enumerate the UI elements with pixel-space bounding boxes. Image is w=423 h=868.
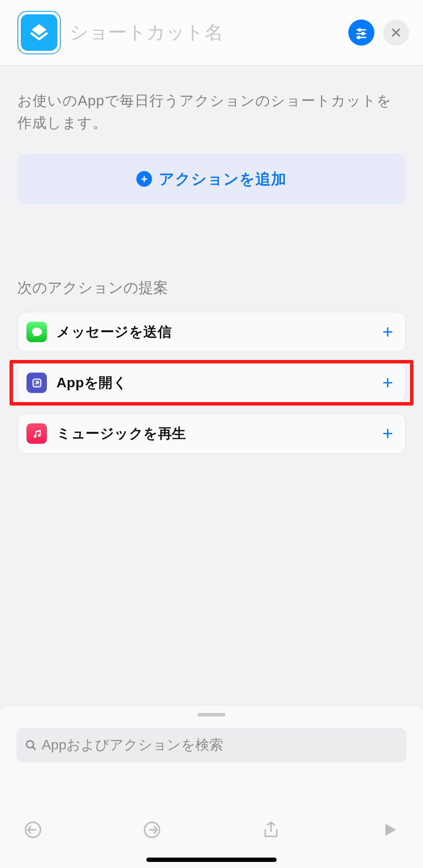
add-action-button[interactable]: + アクションを追加 — [17, 154, 406, 204]
share-button[interactable] — [259, 818, 283, 842]
share-icon — [261, 820, 281, 840]
close-icon — [390, 27, 402, 38]
sliders-icon — [355, 26, 368, 39]
redo-icon — [142, 820, 162, 840]
add-suggestion-icon[interactable]: + — [382, 373, 393, 393]
plus-circle-icon: + — [136, 171, 152, 187]
undo-icon — [23, 820, 43, 840]
suggestions-heading: 次のアクションの提案 — [17, 278, 406, 298]
shortcut-name-input[interactable]: ショートカット名 — [69, 20, 340, 45]
svg-point-5 — [357, 36, 360, 39]
suggestions-list: メッセージを送信 + Appを開く + — [17, 312, 406, 454]
redo-button[interactable] — [140, 818, 164, 842]
messages-icon — [26, 322, 47, 342]
close-button[interactable] — [383, 20, 409, 46]
play-button[interactable] — [378, 818, 402, 842]
suggestion-label: ミュージックを再生 — [56, 424, 373, 443]
main-content: お使いのAppで毎日行うアクションのショートカットを作成します。 + アクション… — [0, 66, 423, 454]
settings-button[interactable] — [348, 20, 374, 46]
open-app-icon — [26, 373, 47, 393]
add-suggestion-icon[interactable]: + — [382, 322, 393, 343]
drag-handle[interactable] — [198, 713, 225, 716]
home-indicator[interactable] — [146, 858, 277, 862]
header-bar: ショートカット名 — [0, 0, 423, 66]
shortcut-icon-button[interactable] — [17, 11, 61, 54]
suggestion-label: メッセージを送信 — [56, 323, 373, 342]
search-placeholder: Appおよびアクションを検索 — [42, 736, 223, 755]
svg-line-10 — [33, 747, 35, 749]
undo-button[interactable] — [21, 818, 45, 842]
bottom-toolbar — [0, 818, 423, 842]
bottom-sheet[interactable]: Appおよびアクションを検索 — [0, 705, 423, 868]
play-icon — [381, 821, 399, 839]
suggestion-label: Appを開く — [56, 373, 373, 393]
svg-point-1 — [359, 29, 361, 31]
svg-point-3 — [362, 33, 364, 35]
add-suggestion-icon[interactable]: + — [382, 423, 393, 444]
search-icon — [24, 739, 37, 752]
add-action-label: アクションを追加 — [159, 169, 287, 189]
suggestion-open-app[interactable]: Appを開く + — [17, 363, 406, 403]
suggestion-play-music[interactable]: ミュージックを再生 + — [17, 413, 406, 454]
search-field[interactable]: Appおよびアクションを検索 — [17, 728, 406, 762]
shortcuts-app-icon — [21, 14, 57, 51]
music-icon — [26, 423, 47, 444]
suggestion-send-message[interactable]: メッセージを送信 + — [17, 312, 406, 352]
description-text: お使いのAppで毎日行うアクションのショートカットを作成します。 — [17, 89, 406, 134]
